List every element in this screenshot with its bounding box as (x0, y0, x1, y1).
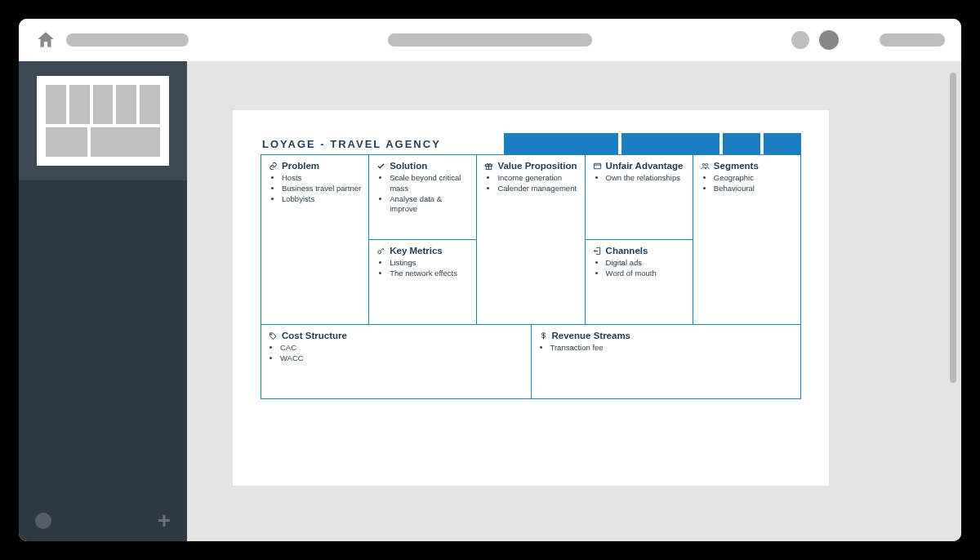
tab-strip (504, 133, 801, 154)
col-value-prop: Value Proposition Income generationCalen… (477, 155, 585, 324)
svg-point-0 (378, 251, 381, 254)
cell-unfair-advantage[interactable]: Unfair Advantage Own the relationships (586, 155, 693, 240)
users-icon (701, 162, 710, 171)
cell-segments[interactable]: Segments GeographicBehavioural (693, 155, 800, 324)
list-item: The network effects (390, 269, 469, 279)
list-item: Own the relationships (606, 173, 685, 184)
list-item: Analyse data & improve (390, 194, 469, 216)
unfair-advantage-list: Own the relationships (593, 173, 685, 184)
problem-list: HostsBusiness travel partnerLobbyists (269, 173, 361, 204)
list-item: Digital ads (606, 258, 685, 269)
key-icon (376, 247, 385, 256)
status-tab[interactable] (504, 133, 618, 154)
doc-header-row: LOYAGE - TRAVEL AGENCY (261, 133, 801, 154)
link-icon (269, 162, 278, 171)
col-problem: Problem HostsBusiness travel partnerLobb… (261, 155, 369, 324)
status-tab[interactable] (764, 133, 801, 154)
key-metrics-list: ListingsThe network effects (376, 258, 469, 279)
col-segments: Segments GeographicBehavioural (693, 155, 800, 324)
toolbar-placeholder-left (66, 33, 189, 47)
tag-icon (269, 331, 278, 340)
top-toolbar (19, 19, 961, 61)
home-icon[interactable] (35, 29, 56, 51)
cell-solution[interactable]: Solution Scale beyond critical massAnaly… (369, 155, 476, 240)
status-tab[interactable] (723, 133, 760, 154)
cell-value-prop[interactable]: Value Proposition Income generationCalen… (477, 155, 584, 324)
toolbar-placeholder-center (388, 33, 592, 47)
unfair-advantage-title: Unfair Advantage (606, 161, 684, 171)
channels-title: Channels (606, 246, 648, 256)
revenue-streams-list: Transaction fee (539, 343, 794, 353)
cost-structure-title: Cost Structure (282, 331, 347, 340)
list-item: Calender management (497, 184, 577, 194)
list-item: Lobbyists (282, 194, 361, 205)
add-slide-button[interactable]: + (158, 509, 171, 532)
col-advantage-channels: Unfair Advantage Own the relationships C… (586, 155, 693, 324)
document-page: LOYAGE - TRAVEL AGENCY Problem (233, 110, 829, 486)
cell-key-metrics[interactable]: Key Metrics ListingsThe network effects (369, 240, 476, 324)
list-item: WACC (280, 353, 523, 364)
cell-channels[interactable]: Channels Digital adsWord of mouth (586, 240, 693, 324)
sidebar-bottom-bar: + (19, 500, 187, 541)
cell-cost-structure[interactable]: Cost Structure CACWACC (261, 325, 532, 398)
toolbar-placeholder-right[interactable] (880, 33, 945, 47)
list-item: Listings (390, 258, 469, 269)
value-prop-list: Income generationCalender management (484, 173, 577, 194)
exit-icon (593, 247, 602, 256)
list-item: Hosts (282, 173, 361, 184)
lean-canvas: Problem HostsBusiness travel partnerLobb… (261, 154, 801, 399)
svg-point-4 (702, 163, 705, 166)
value-prop-title: Value Proposition (497, 161, 577, 171)
window-icon (593, 162, 602, 171)
slide-thumbnail[interactable] (37, 76, 169, 166)
col-solution-metrics: Solution Scale beyond critical massAnaly… (369, 155, 477, 324)
editor-canvas-area: LOYAGE - TRAVEL AGENCY Problem (187, 61, 961, 541)
cell-problem[interactable]: Problem HostsBusiness travel partnerLobb… (261, 155, 368, 324)
toolbar-avatar-2[interactable] (819, 30, 839, 50)
list-item: Income generation (497, 173, 577, 184)
dollar-icon (539, 331, 548, 340)
status-tab[interactable] (621, 133, 719, 154)
segments-title: Segments (714, 161, 759, 171)
list-item: Business travel partner (282, 184, 361, 194)
svg-rect-3 (594, 163, 600, 168)
revenue-streams-title: Revenue Streams (552, 331, 631, 340)
list-item: Behavioural (714, 184, 793, 194)
sidebar: + (19, 61, 187, 541)
list-item: CAC (280, 343, 523, 353)
toolbar-avatar-1[interactable] (791, 31, 809, 49)
solution-title: Solution (390, 161, 427, 171)
list-item: Geographic (714, 173, 793, 184)
svg-point-5 (706, 163, 708, 166)
check-icon (376, 162, 385, 171)
svg-point-6 (271, 333, 272, 334)
app-window: + LOYAGE - TRAVEL AGENCY (19, 19, 961, 541)
scrollbar-thumb[interactable] (950, 73, 956, 383)
list-item: Scale beyond critical mass (390, 173, 469, 194)
segments-list: GeographicBehavioural (701, 173, 793, 194)
main-row: + LOYAGE - TRAVEL AGENCY (19, 61, 961, 541)
cost-structure-list: CACWACC (269, 343, 523, 364)
list-item: Word of mouth (606, 269, 685, 279)
sidebar-status-dot (35, 513, 51, 529)
slide-thumbnail-container (19, 61, 187, 180)
key-metrics-title: Key Metrics (390, 246, 443, 256)
problem-title: Problem (282, 161, 319, 171)
cell-revenue-streams[interactable]: Revenue Streams Transaction fee (532, 325, 801, 398)
doc-title: LOYAGE - TRAVEL AGENCY (261, 133, 504, 154)
gift-icon (484, 162, 493, 171)
list-item: Transaction fee (550, 343, 794, 353)
solution-list: Scale beyond critical massAnalyse data &… (376, 173, 469, 215)
channels-list: Digital adsWord of mouth (593, 258, 685, 279)
